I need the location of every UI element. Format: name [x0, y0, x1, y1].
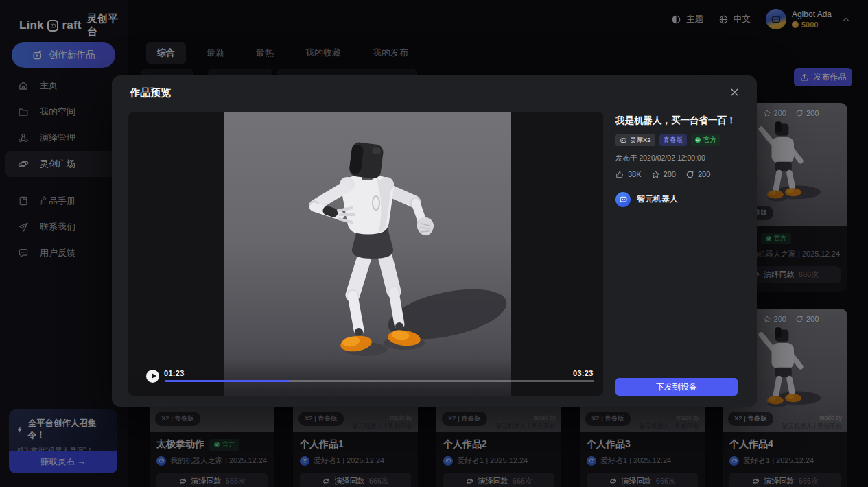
close-button[interactable] — [728, 86, 740, 98]
work-tags: 灵犀X2 青春版 官方 — [615, 134, 738, 146]
play-button[interactable] — [146, 370, 159, 383]
share-icon — [685, 170, 694, 179]
like-count[interactable]: 38K — [615, 170, 642, 179]
work-title: 我是机器人，买一台省一百！ — [615, 115, 738, 127]
model-tag: 灵犀X2 — [615, 134, 655, 146]
player-controls-gradient — [128, 359, 603, 396]
work-author[interactable]: 智元机器人 — [615, 192, 738, 207]
progress-bar[interactable] — [165, 380, 594, 382]
app-root: Linkraft 灵创平台 创作新作品 主页 我的空间 演绎管理 灵创广场 — [0, 0, 868, 487]
edition-tag: 青春版 — [659, 134, 688, 146]
video-frame[interactable] — [224, 112, 511, 396]
official-check-icon — [695, 137, 701, 143]
author-avatar — [615, 192, 631, 207]
work-preview-modal: 作品预览 — [112, 75, 757, 407]
robot-face-icon — [620, 136, 627, 144]
thumbs-up-icon — [615, 170, 624, 179]
work-stats: 38K 200 200 — [615, 170, 738, 179]
progress-fill — [165, 380, 290, 382]
current-time: 01:23 — [164, 369, 185, 377]
official-tag: 官方 — [691, 134, 720, 146]
robot-face-icon — [619, 195, 628, 204]
author-name: 智元机器人 — [637, 193, 678, 205]
total-time: 03:23 — [573, 369, 594, 377]
close-icon — [729, 87, 740, 97]
robot-video-still — [224, 112, 511, 396]
star-count[interactable]: 200 — [651, 170, 676, 179]
deploy-to-device-button[interactable]: 下发到设备 — [615, 378, 738, 396]
star-icon — [651, 170, 660, 179]
modal-title: 作品预览 — [130, 86, 171, 99]
share-count[interactable]: 200 — [685, 170, 710, 179]
work-details-panel: 我是机器人，买一台省一百！ 灵犀X2 青春版 官方 发布于 2020/02/02… — [615, 115, 738, 207]
publish-date: 发布于 2020/02/02 12:00:00 — [615, 154, 738, 163]
video-player: 01:23 03:23 — [128, 112, 603, 396]
